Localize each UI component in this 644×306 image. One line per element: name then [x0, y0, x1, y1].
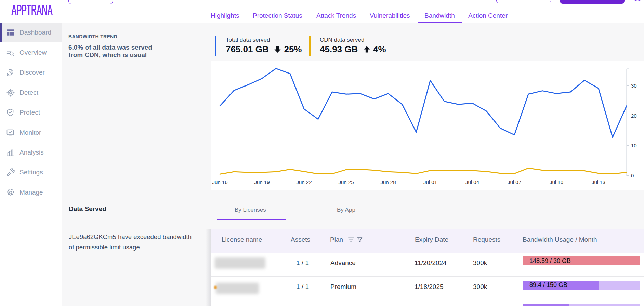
- svg-text:Jul 07: Jul 07: [508, 179, 521, 185]
- svg-text:Jun 22: Jun 22: [296, 179, 312, 185]
- svg-text:Jun 16: Jun 16: [212, 179, 227, 185]
- svg-text:Jul 13: Jul 13: [592, 179, 605, 185]
- svg-text:Jun 19: Jun 19: [254, 179, 270, 185]
- svg-text:Jul 01: Jul 01: [423, 179, 437, 185]
- svg-text:10: 10: [631, 143, 637, 148]
- svg-text:30: 30: [631, 83, 637, 89]
- svg-text:20: 20: [631, 113, 637, 119]
- svg-text:Jul 04: Jul 04: [465, 179, 479, 185]
- svg-text:0: 0: [631, 173, 634, 178]
- svg-text:Jun 25: Jun 25: [338, 179, 354, 185]
- svg-text:Jul 10: Jul 10: [550, 179, 563, 185]
- svg-text:Jun 28: Jun 28: [380, 179, 396, 185]
